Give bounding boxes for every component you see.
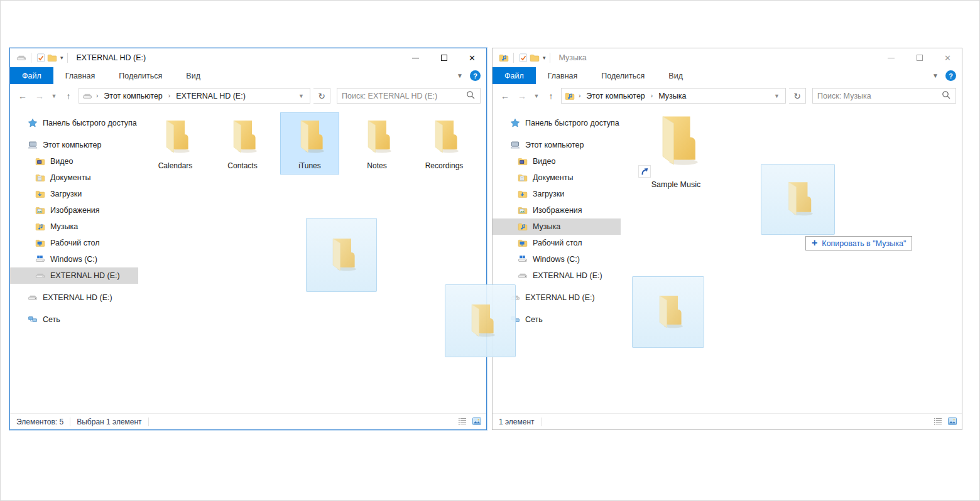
sidebar-item-music[interactable]: Музыка <box>493 218 621 235</box>
sidebar-item-pictures[interactable]: Изображения <box>493 202 621 218</box>
back-button[interactable]: ← <box>16 91 30 101</box>
maximize-button[interactable] <box>430 48 458 67</box>
sidebar-item-label: Этот компьютер <box>525 141 584 149</box>
sidebar-item-label: Видео <box>50 157 74 166</box>
sidebar-item-quick-access[interactable]: Панель быстрого доступа <box>493 115 621 131</box>
sidebar-item-quick-access[interactable]: Панель быстрого доступа <box>10 115 138 131</box>
sidebar-item-windows-c[interactable]: Windows (C:) <box>493 251 621 267</box>
file-label: iTunes <box>298 161 321 170</box>
maximize-button[interactable] <box>905 48 934 67</box>
tab-главная[interactable]: Главная <box>536 67 590 84</box>
address-bar[interactable]: ›Этот компьютер›Музыка▼ <box>561 88 786 104</box>
tab-главная[interactable]: Главная <box>53 67 107 84</box>
properties-check-icon[interactable] <box>518 52 529 63</box>
address-dropdown-chevron-icon[interactable]: ▼ <box>296 93 307 99</box>
breadcrumb-chevron-icon[interactable]: › <box>577 92 582 99</box>
minimize-button[interactable] <box>877 48 905 67</box>
search-icon <box>941 90 951 102</box>
search-box[interactable]: Поиск: EXTERNAL HD (E:) <box>337 88 481 104</box>
tab-файл[interactable]: Файл <box>10 67 53 84</box>
tab-поделиться[interactable]: Поделиться <box>589 67 656 84</box>
sidebar-item-pictures[interactable]: Изображения <box>10 202 138 218</box>
help-button[interactable]: ? <box>945 70 956 81</box>
tab-вид[interactable]: Вид <box>174 67 212 84</box>
address-bar[interactable]: ›Этот компьютер›EXTERNAL HD (E:)▼ <box>79 88 310 104</box>
sidebar-item-video[interactable]: Видео <box>10 153 138 170</box>
new-folder-icon[interactable] <box>529 52 540 63</box>
file-tile-recordings[interactable]: Recordings <box>415 112 474 175</box>
refresh-button[interactable]: ↻ <box>313 88 330 104</box>
sidebar-item-this-pc[interactable]: Этот компьютер <box>10 137 138 153</box>
sidebar-item-label: EXTERNAL HD (E:) <box>50 271 120 280</box>
sidebar-item-downloads[interactable]: Загрузки <box>10 186 138 202</box>
breadcrumb-chevron-icon[interactable]: › <box>166 92 172 99</box>
sidebar-item-documents[interactable]: Документы <box>10 170 138 186</box>
up-button[interactable]: ↑ <box>544 91 558 101</box>
computer-icon <box>28 140 38 150</box>
details-view-button[interactable] <box>457 416 467 428</box>
sidebar-item-label: Сеть <box>43 315 60 324</box>
up-button[interactable]: ↑ <box>62 91 75 101</box>
file-list-area[interactable]: Sample Music <box>621 107 962 413</box>
sidebar-item-external-hd-child[interactable]: EXTERNAL HD (E:) <box>493 267 621 284</box>
breadcrumb-segment[interactable]: Этот компьютер <box>584 92 646 100</box>
new-folder-icon[interactable] <box>46 52 58 63</box>
search-box[interactable]: Поиск: Музыка <box>812 88 956 104</box>
sidebar-item-external-hd-root[interactable]: EXTERNAL HD (E:) <box>10 289 138 306</box>
file-tile-itunes[interactable]: iTunes <box>280 112 339 175</box>
titlebar[interactable]: ▾ Музыка ✕ <box>493 48 962 67</box>
window-controls: ✕ <box>401 48 486 67</box>
help-button[interactable]: ? <box>470 70 481 81</box>
thumbnail-view-button[interactable] <box>947 416 957 428</box>
close-button[interactable]: ✕ <box>458 48 486 67</box>
sidebar-item-downloads[interactable]: Загрузки <box>493 186 621 202</box>
sidebar-item-documents[interactable]: Документы <box>493 170 621 186</box>
sidebar-item-label: Изображения <box>50 206 100 215</box>
refresh-button[interactable]: ↻ <box>789 88 806 104</box>
sidebar-item-this-pc[interactable]: Этот компьютер <box>493 137 621 153</box>
ribbon-expand-chevron-icon[interactable]: ▼ <box>457 72 463 79</box>
sidebar-item-video[interactable]: Видео <box>493 153 621 170</box>
sidebar-item-windows-c[interactable]: Windows (C:) <box>10 251 138 267</box>
tab-файл[interactable]: Файл <box>493 67 536 84</box>
details-view-button[interactable] <box>933 416 943 428</box>
breadcrumb-segment[interactable]: EXTERNAL HD (E:) <box>174 92 248 100</box>
qat-customize-chevron-icon[interactable]: ▾ <box>60 55 63 61</box>
breadcrumb-chevron-icon[interactable]: › <box>649 92 655 99</box>
back-button[interactable]: ← <box>498 91 512 101</box>
sidebar-item-network[interactable]: Сеть <box>10 311 138 328</box>
recent-locations-chevron-icon[interactable]: ▼ <box>532 93 541 99</box>
minimize-button[interactable] <box>401 48 430 67</box>
sidebar-item-desktop[interactable]: Рабочий стол <box>10 235 138 251</box>
file-tile-sample-music[interactable]: Sample Music <box>636 110 716 189</box>
ribbon-expand-chevron-icon[interactable]: ▼ <box>932 72 939 79</box>
sidebar-item-external-hd-child[interactable]: EXTERNAL HD (E:) <box>10 267 138 284</box>
sidebar-item-desktop[interactable]: Рабочий стол <box>493 235 621 251</box>
tab-вид[interactable]: Вид <box>656 67 695 84</box>
breadcrumb-segment[interactable]: Музыка <box>656 92 688 100</box>
properties-check-icon[interactable] <box>35 52 46 63</box>
sidebar-item-music[interactable]: Музыка <box>10 218 138 235</box>
titlebar[interactable]: ▾ EXTERNAL HD (E:) ✕ <box>10 48 486 67</box>
close-button[interactable]: ✕ <box>934 48 962 67</box>
divider <box>513 53 514 63</box>
drag-ghost-folder <box>761 164 835 235</box>
file-tile-notes[interactable]: Notes <box>347 112 406 175</box>
forward-button[interactable]: → <box>515 91 529 101</box>
recent-locations-chevron-icon[interactable]: ▼ <box>50 93 58 99</box>
file-tile-contacts[interactable]: Contacts <box>213 112 272 175</box>
tab-поделиться[interactable]: Поделиться <box>107 67 174 84</box>
address-dropdown-chevron-icon[interactable]: ▼ <box>771 93 782 99</box>
folder-desktop-icon <box>518 238 528 248</box>
breadcrumb-segment[interactable]: Этот компьютер <box>102 92 164 100</box>
folder-icon <box>155 116 195 158</box>
file-tile-calendars[interactable]: Calendars <box>146 112 205 175</box>
drag-drop-tooltip: + Копировать в "Музыка" <box>805 236 912 251</box>
folder-music-icon <box>565 91 575 101</box>
divider <box>550 53 550 63</box>
breadcrumb-chevron-icon[interactable]: › <box>94 92 100 99</box>
forward-button[interactable]: → <box>33 91 46 101</box>
file-label: Contacts <box>227 161 257 170</box>
thumbnail-view-button[interactable] <box>472 416 482 428</box>
qat-customize-chevron-icon[interactable]: ▾ <box>543 55 546 61</box>
